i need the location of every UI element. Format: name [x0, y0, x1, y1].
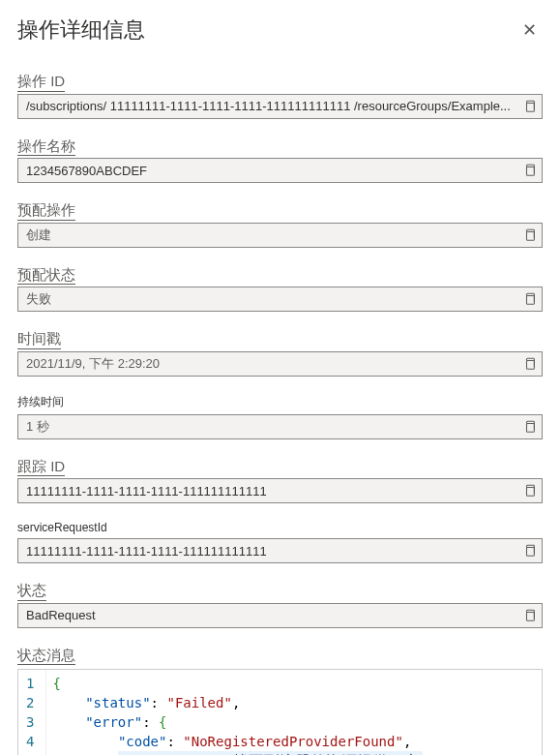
svg-rect-2 — [527, 231, 535, 240]
field-value: BadRequest — [26, 608, 516, 622]
operation-details-panel: 操作详细信息 ✕ 操作 ID /subscriptions/ 11111111-… — [0, 0, 560, 755]
copy-icon[interactable] — [522, 163, 538, 178]
field-label: 状态 — [17, 581, 46, 601]
copy-icon[interactable] — [522, 483, 538, 498]
field-provisioning-state: 预配状态 失败 — [17, 265, 543, 313]
line-number-gutter: 1 2 3 4 5 6 7 — [18, 670, 46, 755]
field-status-message: 状态消息 1 2 3 4 5 6 7 { "status": "Failed",… — [17, 646, 543, 756]
highlighted-text: "message": "找不到注册的资源提供程序 — [118, 751, 424, 755]
field-label: 预配状态 — [17, 265, 75, 286]
copy-icon[interactable] — [522, 227, 538, 243]
field-box: 11111111-1111-1111-1111-111111111111 — [17, 538, 543, 563]
field-label: 操作名称 — [17, 136, 75, 157]
panel-title: 操作详细信息 — [17, 15, 145, 45]
svg-rect-4 — [527, 360, 535, 369]
field-label: 操作 ID — [17, 72, 65, 92]
field-label: 状态消息 — [17, 646, 75, 666]
field-value: 11111111-1111-1111-1111-111111111111 — [26, 484, 516, 498]
svg-rect-0 — [527, 103, 535, 111]
field-value: /subscriptions/ 11111111-1111-1111-1111-… — [26, 99, 516, 113]
svg-rect-8 — [527, 612, 535, 620]
field-box: 1 秒 — [17, 414, 543, 439]
field-duration: 持续时间 1 秒 — [17, 394, 543, 439]
field-provisioning-operation: 预配操作 创建 — [17, 200, 543, 248]
field-status: 状态 BadRequest — [17, 581, 543, 628]
copy-icon[interactable] — [522, 356, 538, 372]
copy-icon[interactable] — [522, 543, 538, 559]
json-code-editor[interactable]: 1 2 3 4 5 6 7 { "status": "Failed", "err… — [17, 669, 543, 755]
copy-icon[interactable] — [522, 99, 538, 114]
svg-rect-6 — [527, 488, 535, 497]
copy-icon[interactable] — [522, 291, 538, 307]
field-label: 持续时间 — [17, 394, 543, 410]
field-value: 2021/11/9, 下午 2:29:20 — [26, 355, 516, 373]
field-service-request-id: serviceRequestId 11111111-1111-1111-1111… — [17, 521, 543, 563]
field-operation-name: 操作名称 1234567890ABCDEF — [17, 136, 543, 184]
code-content: { "status": "Failed", "error": { "code":… — [46, 670, 542, 755]
field-box: /subscriptions/ 11111111-1111-1111-1111-… — [17, 94, 543, 119]
svg-rect-1 — [527, 167, 535, 176]
close-icon[interactable]: ✕ — [516, 17, 543, 43]
copy-icon[interactable] — [522, 608, 538, 623]
field-value: 1234567890ABCDEF — [26, 164, 516, 178]
svg-rect-5 — [527, 423, 535, 432]
field-box: 11111111-1111-1111-1111-111111111111 — [17, 478, 543, 503]
field-label: 时间戳 — [17, 329, 61, 349]
panel-header: 操作详细信息 ✕ — [17, 15, 543, 45]
field-value: 失败 — [26, 290, 516, 308]
field-value: 创建 — [26, 226, 516, 244]
field-label: serviceRequestId — [17, 521, 543, 534]
field-operation-id: 操作 ID /subscriptions/ 11111111-1111-1111… — [17, 72, 543, 119]
field-value: 1 秒 — [26, 418, 516, 436]
field-box: 失败 — [17, 287, 543, 312]
field-tracking-id: 跟踪 ID 11111111-1111-1111-1111-1111111111… — [17, 457, 543, 504]
field-box: 1234567890ABCDEF — [17, 158, 543, 183]
svg-rect-7 — [527, 548, 535, 557]
field-label: 预配操作 — [17, 200, 75, 221]
field-timestamp: 时间戳 2021/11/9, 下午 2:29:20 — [17, 329, 543, 377]
field-label: 跟踪 ID — [17, 457, 65, 477]
svg-rect-3 — [527, 296, 535, 305]
copy-icon[interactable] — [522, 419, 538, 435]
field-box: 2021/11/9, 下午 2:29:20 — [17, 351, 543, 377]
field-box: BadRequest — [17, 603, 543, 628]
field-box: 创建 — [17, 223, 543, 248]
field-value: 11111111-1111-1111-1111-111111111111 — [26, 544, 516, 559]
